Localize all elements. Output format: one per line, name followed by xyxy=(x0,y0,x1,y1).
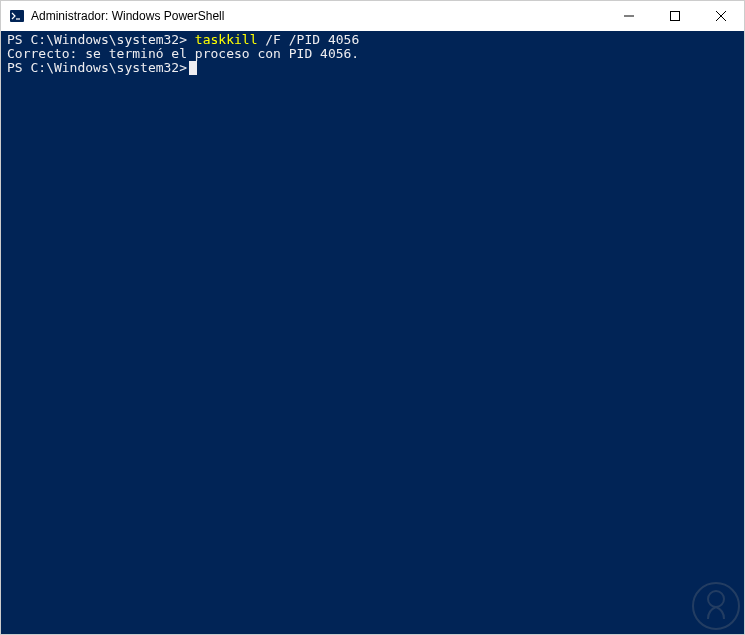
output-text: Correcto: se terminó el proceso con PID … xyxy=(7,46,359,61)
svg-rect-3 xyxy=(671,12,680,21)
maximize-button[interactable] xyxy=(652,1,698,31)
titlebar-left: Administrador: Windows PowerShell xyxy=(9,8,224,24)
terminal-line: PS C:\Windows\system32> xyxy=(7,61,738,75)
titlebar[interactable]: Administrador: Windows PowerShell xyxy=(1,1,744,31)
window-title: Administrador: Windows PowerShell xyxy=(31,9,224,23)
titlebar-controls xyxy=(606,1,744,31)
powershell-window: Administrador: Windows PowerShell PS C:\… xyxy=(0,0,745,635)
cursor xyxy=(189,61,197,75)
minimize-button[interactable] xyxy=(606,1,652,31)
command-args: /F /PID 4056 xyxy=(257,32,359,47)
terminal-line: PS C:\Windows\system32> taskkill /F /PID… xyxy=(7,33,738,47)
close-button[interactable] xyxy=(698,1,744,31)
terminal-area[interactable]: PS C:\Windows\system32> taskkill /F /PID… xyxy=(1,31,744,634)
command: taskkill xyxy=(195,32,258,47)
svg-rect-0 xyxy=(10,10,24,22)
terminal-line: Correcto: se terminó el proceso con PID … xyxy=(7,47,738,61)
powershell-icon xyxy=(9,8,25,24)
prompt: PS C:\Windows\system32> xyxy=(7,32,195,47)
prompt: PS C:\Windows\system32> xyxy=(7,60,187,75)
